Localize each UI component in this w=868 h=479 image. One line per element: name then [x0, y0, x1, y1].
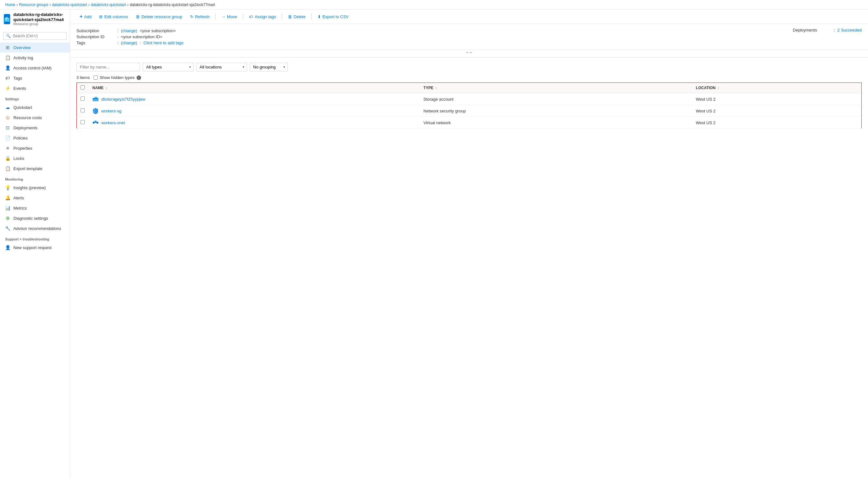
row-name-cell: workers-sg: [89, 105, 420, 117]
row-name-cell: workers-vnet: [89, 117, 420, 129]
search-box[interactable]: 🔍: [3, 32, 66, 40]
delete-rg-button[interactable]: 🗑 Delete resource group: [132, 13, 186, 21]
sidebar-item-advisor[interactable]: 🔧 Advisor recommendations: [0, 223, 70, 234]
sidebar-item-activity-log[interactable]: 📋 Activity log: [0, 53, 70, 63]
edit-columns-button[interactable]: ⊞ Edit columns: [96, 13, 131, 21]
breadcrumb-current: databricks-rg-databricks-quickstart-sja2…: [130, 3, 215, 7]
sidebar-item-policies[interactable]: 📄 Policies: [0, 133, 70, 143]
type-sort-icon[interactable]: ↕: [435, 86, 437, 90]
breadcrumb-db1[interactable]: databricks-quickstart: [52, 3, 87, 7]
deployments-info: Deployments : 2 Succeeded: [470, 28, 862, 32]
resource-name: workers-sg: [101, 109, 122, 113]
header-location: LOCATION ↕: [692, 83, 861, 93]
search-input[interactable]: [13, 34, 64, 38]
sidebar-item-resource-costs[interactable]: ◎ Resource costs: [0, 113, 70, 123]
resource-type-icon: [92, 96, 99, 102]
sidebar-item-export-template[interactable]: 📋 Export template: [0, 163, 70, 174]
sidebar-item-properties[interactable]: ≡ Properties: [0, 143, 70, 153]
overview-icon: ⊞: [5, 45, 10, 50]
toolbar-divider2: [243, 13, 243, 20]
sidebar-item-label: Locks: [13, 156, 24, 161]
refresh-icon: ↻: [190, 14, 194, 19]
grouping-filter-select[interactable]: No grouping: [250, 63, 288, 71]
type-filter-select[interactable]: All types: [143, 63, 194, 71]
sidebar-item-label: Resource costs: [13, 115, 42, 120]
resources-section: All types All locations No grouping 3 it…: [70, 58, 868, 134]
row-location-cell: West US 2: [692, 105, 861, 117]
location-filter-wrapper: All locations: [196, 63, 247, 71]
table-row: workers-vnet Virtual network West US 2: [77, 117, 862, 129]
row-checkbox[interactable]: [81, 120, 85, 124]
sidebar-item-label: Diagnostic settings: [13, 216, 48, 221]
sidebar-item-overview[interactable]: ⊞ Overview: [0, 42, 70, 53]
sidebar-item-insights[interactable]: 💡 Insights (preview): [0, 182, 70, 193]
row-name-cell: dbstorageysl7f25yypjew: [89, 93, 420, 105]
sidebar-item-label: Policies: [13, 136, 28, 141]
breadcrumb: Home › Resource groups › databricks-quic…: [0, 0, 868, 9]
resource-table: NAME ↕ TYPE ↕ LOCATION ↕: [76, 83, 862, 129]
locks-icon: 🔒: [5, 156, 10, 161]
row-location-cell: West US 2: [692, 93, 861, 105]
sidebar-item-label: Export template: [13, 166, 42, 171]
breadcrumb-rg[interactable]: Resource groups: [19, 3, 48, 7]
resource-type-icon: [92, 108, 99, 114]
add-button[interactable]: + Add: [76, 12, 95, 21]
select-all-checkbox[interactable]: [81, 85, 85, 89]
assign-tags-button[interactable]: 🏷 Assign tags: [246, 13, 279, 21]
sidebar-item-quickstart[interactable]: ☁ Quickstart: [0, 102, 70, 113]
sidebar-item-tags[interactable]: 🏷 Tags: [0, 73, 70, 83]
sidebar-item-support[interactable]: 👤 New support request: [0, 242, 70, 252]
resource-location: West US 2: [696, 120, 715, 125]
move-button[interactable]: → Move: [218, 13, 240, 21]
location-filter-select[interactable]: All locations: [196, 63, 247, 71]
row-checkbox[interactable]: [81, 108, 85, 113]
show-hidden-checkbox[interactable]: [94, 76, 98, 80]
events-icon: ⚡: [5, 86, 10, 91]
sidebar-item-locks[interactable]: 🔒 Locks: [0, 153, 70, 163]
tags-icon: 🏷: [5, 76, 10, 81]
name-sort-icon[interactable]: ↕: [106, 86, 107, 90]
sidebar-item-label: Quickstart: [13, 105, 32, 110]
sidebar-item-deployments[interactable]: ⊡ Deployments: [0, 123, 70, 133]
resource-subtitle: Resource group: [13, 22, 66, 26]
resource-link[interactable]: workers-sg: [92, 108, 416, 114]
collapse-section[interactable]: ⌃⌃: [70, 50, 868, 58]
resource-type: Network security group: [424, 109, 466, 113]
resource-table-body: dbstorageysl7f25yypjew Storage account W…: [77, 93, 862, 129]
sidebar-item-label: Access control (IAM): [13, 66, 52, 70]
resource-link[interactable]: workers-vnet: [92, 119, 416, 126]
export-csv-icon: ⬇: [317, 14, 321, 19]
sidebar-item-metrics[interactable]: 📊 Metrics: [0, 203, 70, 213]
sidebar-item-diagnostic[interactable]: ⚙ Diagnostic settings: [0, 213, 70, 223]
filter-name-input[interactable]: [76, 63, 140, 71]
sidebar-item-events[interactable]: ⚡ Events: [0, 83, 70, 93]
refresh-button[interactable]: ↻ Refresh: [187, 13, 213, 21]
resource-title: databricks-rg-databricks-quickstart-sja2…: [13, 12, 66, 22]
subscription-id-label: Subscription ID: [76, 34, 115, 39]
toolbar-divider: [215, 13, 216, 20]
sidebar-item-alerts[interactable]: 🔔 Alerts: [0, 193, 70, 203]
deployments-status: Succeeded: [841, 28, 862, 32]
delete-button[interactable]: 🗑 Delete: [285, 13, 309, 21]
sidebar-item-label: Deployments: [13, 125, 38, 130]
toolbar: + Add ⊞ Edit columns 🗑 Delete resource g…: [70, 9, 868, 24]
breadcrumb-db2[interactable]: databricks-quickstart: [91, 3, 126, 7]
breadcrumb-home[interactable]: Home: [5, 3, 15, 7]
subscription-change-link[interactable]: (change): [121, 28, 137, 33]
resource-link[interactable]: dbstorageysl7f25yypjew: [92, 96, 416, 102]
resource-header: databricks-rg-databricks-quickstart-sja2…: [0, 9, 70, 30]
sidebar-item-label: Alerts: [13, 196, 24, 200]
row-checkbox[interactable]: [81, 96, 85, 101]
deployments-link[interactable]: 2 Succeeded: [837, 28, 862, 32]
deployments-icon: ⊡: [5, 125, 10, 130]
header-name: NAME ↕: [89, 83, 420, 93]
tags-add-link[interactable]: Click here to add tags: [144, 40, 184, 45]
show-hidden-toggle[interactable]: Show hidden types i: [94, 75, 141, 80]
tags-change-link[interactable]: (change): [121, 40, 137, 45]
row-checkbox-cell: [77, 117, 89, 129]
sidebar-item-iam[interactable]: 👤 Access control (IAM): [0, 63, 70, 73]
items-count-label: 3 items: [76, 75, 90, 80]
export-csv-button[interactable]: ⬇ Export to CSV: [314, 13, 352, 21]
location-sort-icon[interactable]: ↕: [717, 86, 719, 90]
header-type: TYPE ↕: [420, 83, 692, 93]
